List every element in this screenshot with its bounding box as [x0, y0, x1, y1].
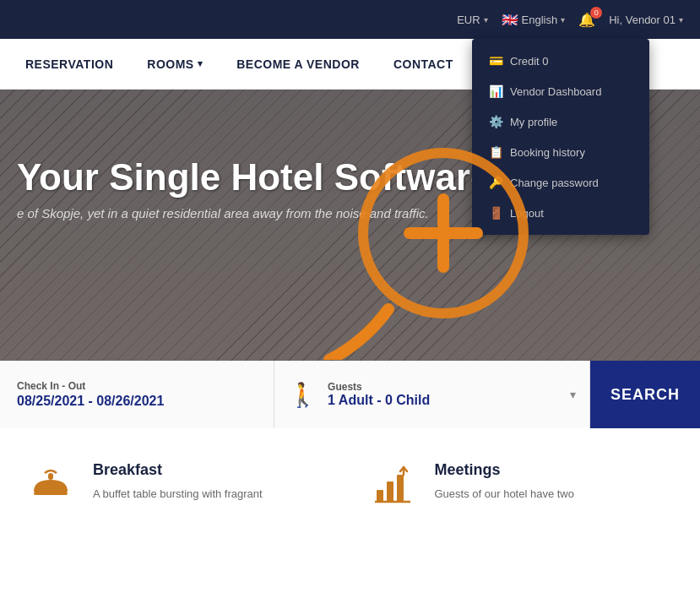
svg-rect-5: [377, 490, 383, 502]
meetings-title: Meetings: [435, 461, 574, 479]
guests-text: Guests 1 Adult - 0 Child: [328, 381, 560, 408]
nav-item-become-vendor[interactable]: BECOME A VENDOR: [236, 57, 360, 71]
dropdown-item-vendor-dashboard[interactable]: 📊 Vendor Dashboard: [472, 76, 649, 106]
credit-icon: 💳: [489, 54, 503, 68]
checkin-value: 08/25/2021 - 08/26/2021: [17, 394, 257, 409]
user-menu-trigger[interactable]: Hi, Vendor 01 ▾: [609, 14, 683, 26]
hero-text-block: Your Single Hotel Software e of Skopje, …: [17, 157, 491, 220]
language-chevron: ▾: [561, 15, 565, 24]
dashboard-icon: 📊: [489, 84, 503, 98]
booking-icon: 📋: [489, 145, 503, 159]
feature-card-meetings: Meetings Guests of our hotel have two: [367, 461, 676, 507]
user-chevron: ▾: [679, 15, 683, 24]
svg-rect-7: [397, 475, 404, 502]
meetings-icon: [367, 461, 418, 507]
password-icon: 🔑: [489, 176, 503, 189]
currency-selector[interactable]: EUR ▾: [457, 14, 487, 26]
dropdown-label-booking-history: Booking history: [510, 146, 585, 159]
user-label: Hi, Vendor 01: [609, 14, 676, 26]
breakfast-content: Breakfast A buffet table bursting with f…: [93, 461, 263, 507]
dropdown-item-booking-history[interactable]: 📋 Booking history: [472, 137, 649, 167]
user-dropdown-menu: 💳 Credit 0 📊 Vendor Dashboard ⚙️ My prof…: [472, 39, 649, 235]
nav-item-rooms[interactable]: ROOMS ▾: [147, 57, 203, 71]
guests-value: 1 Adult - 0 Child: [328, 393, 560, 408]
logout-icon: 🚪: [489, 206, 503, 220]
breakfast-title: Breakfast: [93, 461, 263, 479]
checkin-label: Check In - Out: [17, 380, 257, 392]
hero-subtitle: e of Skopje, yet in a quiet residential …: [17, 206, 491, 220]
notification-button[interactable]: 🔔 0: [578, 12, 595, 28]
svg-rect-3: [34, 492, 68, 495]
breakfast-icon: [25, 461, 76, 507]
meetings-description: Guests of our hotel have two: [435, 486, 574, 503]
guests-field[interactable]: 🚶 Guests 1 Adult - 0 Child ▾: [274, 361, 590, 428]
guests-label: Guests: [328, 381, 560, 393]
svg-rect-6: [387, 481, 393, 502]
guests-chevron-icon: ▾: [570, 388, 576, 401]
search-button[interactable]: SEARCH: [590, 361, 700, 428]
language-label: English: [522, 14, 558, 26]
svg-rect-4: [48, 473, 53, 480]
dropdown-label-my-profile: My profile: [510, 116, 557, 128]
currency-chevron: ▾: [484, 15, 488, 24]
checkin-field[interactable]: Check In - Out 08/25/2021 - 08/26/2021: [0, 361, 274, 428]
search-bar: Check In - Out 08/25/2021 - 08/26/2021 🚶…: [0, 361, 700, 428]
currency-label: EUR: [457, 14, 480, 26]
dropdown-item-logout[interactable]: 🚪 Logout: [472, 198, 649, 228]
profile-icon: ⚙️: [489, 115, 503, 128]
breakfast-description: A buffet table bursting with fragrant: [93, 486, 263, 503]
dropdown-item-change-password[interactable]: 🔑 Change password: [472, 167, 649, 198]
features-section: Breakfast A buffet table bursting with f…: [0, 427, 700, 541]
rooms-arrow-icon: ▾: [198, 58, 203, 69]
language-selector[interactable]: 🇬🇧 English ▾: [502, 12, 566, 28]
feature-card-breakfast: Breakfast A buffet table bursting with f…: [25, 461, 334, 507]
language-flag: 🇬🇧: [502, 12, 518, 28]
dropdown-label-vendor-dashboard: Vendor Dashboard: [510, 85, 601, 98]
dropdown-label-logout: Logout: [510, 207, 544, 220]
guests-person-icon: 🚶: [288, 381, 317, 409]
dropdown-item-my-profile[interactable]: ⚙️ My profile: [472, 106, 649, 137]
dropdown-label-credit: Credit 0: [510, 55, 549, 68]
dropdown-item-credit[interactable]: 💳 Credit 0: [472, 46, 649, 76]
nav-item-reservation[interactable]: RESERVATION: [25, 57, 113, 71]
nav-item-contact[interactable]: CONTACT: [393, 57, 453, 71]
top-bar: EUR ▾ 🇬🇧 English ▾ 🔔 0 Hi, Vendor 01 ▾: [0, 0, 700, 39]
hero-title: Your Single Hotel Software: [17, 157, 491, 198]
dropdown-label-change-password: Change password: [510, 177, 599, 189]
notification-badge: 0: [590, 7, 602, 19]
meetings-content: Meetings Guests of our hotel have two: [435, 461, 574, 507]
